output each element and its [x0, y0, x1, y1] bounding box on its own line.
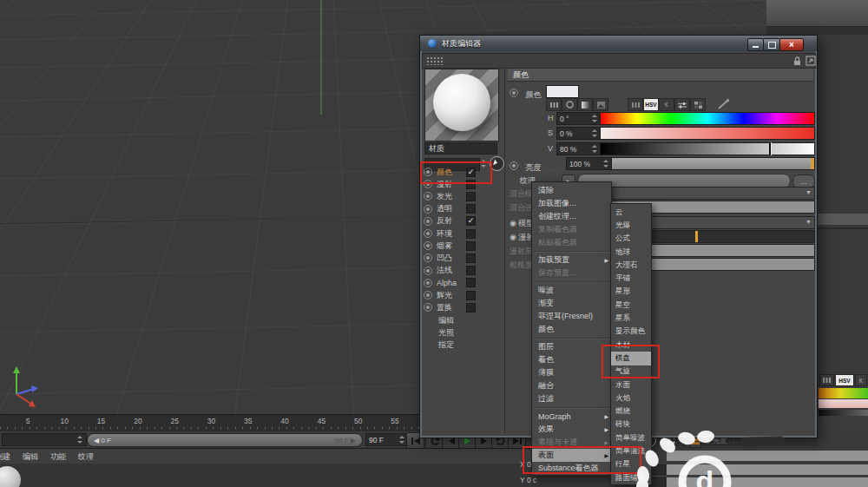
- param-dropdown[interactable]: ▼: [577, 187, 815, 200]
- menu-item-噪波[interactable]: 噪波: [532, 284, 611, 297]
- material-name-field[interactable]: 材质: [424, 142, 497, 155]
- color-radio[interactable]: [510, 89, 518, 97]
- channel-radio[interactable]: [424, 241, 432, 250]
- channel-row-发光[interactable]: 发光: [424, 190, 503, 202]
- material-preview[interactable]: [424, 69, 499, 141]
- channel-radio[interactable]: [424, 253, 432, 262]
- channel-row-Alpha[interactable]: Alpha: [424, 277, 503, 289]
- menu-item-复制着色器[interactable]: 复制着色器: [532, 223, 611, 236]
- channel-radio[interactable]: [424, 229, 432, 238]
- mini-rgb-button[interactable]: [819, 374, 834, 386]
- channel-radio[interactable]: [424, 279, 432, 287]
- brightness-slider-handle[interactable]: [811, 158, 814, 169]
- menu-item-保存预置...[interactable]: 保存预置...: [532, 267, 611, 280]
- channel-checkbox[interactable]: [466, 192, 476, 201]
- end-frame-stepper[interactable]: [398, 434, 405, 445]
- lock-icon[interactable]: [792, 56, 802, 66]
- h-field[interactable]: 0 °: [556, 112, 602, 125]
- v-stepper[interactable]: [591, 143, 598, 155]
- submenu-item-大理石[interactable]: 大理石: [611, 259, 651, 272]
- channel-row-环境[interactable]: 环境: [424, 227, 503, 240]
- submenu-item-星系[interactable]: 星系: [611, 312, 651, 325]
- submenu-item-公式[interactable]: 公式: [611, 233, 651, 246]
- mixer-icon[interactable]: [690, 98, 706, 111]
- brightness-radio[interactable]: [510, 161, 518, 170]
- brightness-field[interactable]: 100 %: [566, 157, 613, 170]
- menu-item-菲涅耳(Fresnel)[interactable]: 菲涅耳(Fresnel): [532, 310, 611, 323]
- k-mode-button[interactable]: K: [659, 98, 674, 111]
- channel-radio[interactable]: [424, 217, 432, 226]
- menu-item-融合[interactable]: 融合: [532, 379, 611, 392]
- channel-row-法线[interactable]: 法线: [424, 265, 503, 277]
- channel-checkbox[interactable]: [466, 241, 476, 251]
- timeline-ruler[interactable]: 510152025303540455055: [0, 414, 419, 432]
- popout-icon[interactable]: [806, 56, 816, 66]
- background-value-bar[interactable]: [819, 410, 868, 416]
- s-stepper[interactable]: [591, 128, 598, 139]
- channel-row-反射[interactable]: 反射✓: [424, 215, 503, 227]
- color-wheel-icon[interactable]: [562, 98, 577, 111]
- channel-row-烟雾[interactable]: 烟雾: [424, 240, 503, 252]
- sliders-icon[interactable]: [674, 98, 690, 111]
- channel-checkbox[interactable]: [466, 303, 476, 313]
- tab-光照[interactable]: 光照: [438, 327, 454, 339]
- channel-checkbox[interactable]: ✓: [466, 216, 476, 226]
- tab-指定[interactable]: 指定: [438, 339, 454, 351]
- rgb-mode-icon[interactable]: [628, 98, 643, 111]
- menu-item-创建纹理...[interactable]: 创建纹理...: [532, 210, 611, 223]
- material-menu-创建[interactable]: 创建: [0, 451, 10, 463]
- channel-checkbox[interactable]: [466, 266, 476, 275]
- value-slider-handle[interactable]: [769, 142, 771, 155]
- submenu-item-燃烧[interactable]: 燃烧: [611, 405, 651, 418]
- mini-hsv-button[interactable]: HSV: [835, 374, 854, 386]
- menu-item-薄膜[interactable]: 薄膜: [532, 366, 611, 379]
- menu-item-效果[interactable]: 效果▶: [532, 423, 611, 436]
- submenu-item-地球[interactable]: 地球: [611, 246, 651, 259]
- submenu-item-火焰[interactable]: 火焰: [611, 392, 651, 405]
- submenu-item-云[interactable]: 云: [611, 206, 651, 219]
- channel-checkbox[interactable]: [466, 291, 476, 300]
- submenu-item-平铺[interactable]: 平铺: [611, 272, 651, 285]
- tab-编辑[interactable]: 编辑: [438, 315, 454, 326]
- submenu-item-星形[interactable]: 星形: [611, 286, 651, 299]
- channel-checkbox[interactable]: [466, 229, 476, 239]
- h-stepper[interactable]: [591, 113, 598, 124]
- color-swatch[interactable]: [546, 85, 579, 98]
- eyedropper-icon[interactable]: [718, 99, 730, 109]
- value-slider[interactable]: [600, 142, 815, 155]
- submenu-item-星空[interactable]: 星空: [611, 299, 651, 312]
- frame-stepper[interactable]: [76, 434, 83, 445]
- channel-radio[interactable]: [424, 303, 432, 312]
- maximize-button[interactable]: [763, 38, 780, 51]
- channel-checkbox[interactable]: [466, 253, 476, 263]
- spectrum-icon[interactable]: [546, 98, 562, 111]
- timeline-scrubber[interactable]: ◀ 0 F 90 F ▶: [87, 433, 363, 447]
- submenu-item-光爆[interactable]: 光爆: [611, 219, 651, 232]
- channel-radio[interactable]: [424, 205, 432, 214]
- image-icon[interactable]: [593, 98, 608, 111]
- material-menu-编辑[interactable]: 编辑: [23, 451, 38, 463]
- material-menu-功能[interactable]: 功能: [50, 451, 66, 463]
- saturation-slider[interactable]: [600, 127, 815, 140]
- menu-item-粘贴着色器[interactable]: 粘贴着色器: [532, 236, 611, 249]
- drag-grip-icon[interactable]: [426, 56, 444, 65]
- v-field[interactable]: 80 %: [556, 142, 602, 155]
- submenu-item-简单噪波[interactable]: 简单噪波: [611, 431, 651, 444]
- menu-item-加载预置[interactable]: 加载预置▶: [532, 253, 611, 267]
- menu-item-图层[interactable]: 图层: [532, 340, 611, 353]
- s-field[interactable]: 0 %: [556, 127, 602, 140]
- menu-item-渐变[interactable]: 渐变: [532, 297, 611, 310]
- menu-item-MoGraph[interactable]: MoGraph▶: [532, 410, 611, 423]
- slider-handle[interactable]: [695, 231, 698, 242]
- hue-slider[interactable]: [600, 112, 815, 125]
- hsv-mode-button[interactable]: HSV: [643, 98, 659, 111]
- end-frame-field[interactable]: 90 F: [365, 433, 409, 446]
- submenu-item-显示颜色[interactable]: 显示颜色: [611, 326, 651, 339]
- menu-item-加载图像...[interactable]: 加载图像...: [532, 197, 611, 210]
- channel-row-辉光[interactable]: 辉光: [424, 289, 503, 301]
- mini-k-button[interactable]: K: [855, 374, 867, 386]
- close-button[interactable]: ×: [779, 38, 804, 51]
- material-menu-纹理[interactable]: 纹理: [78, 451, 94, 463]
- brightness-stepper[interactable]: [602, 158, 609, 169]
- submenu-item-水面[interactable]: 水面: [611, 378, 651, 392]
